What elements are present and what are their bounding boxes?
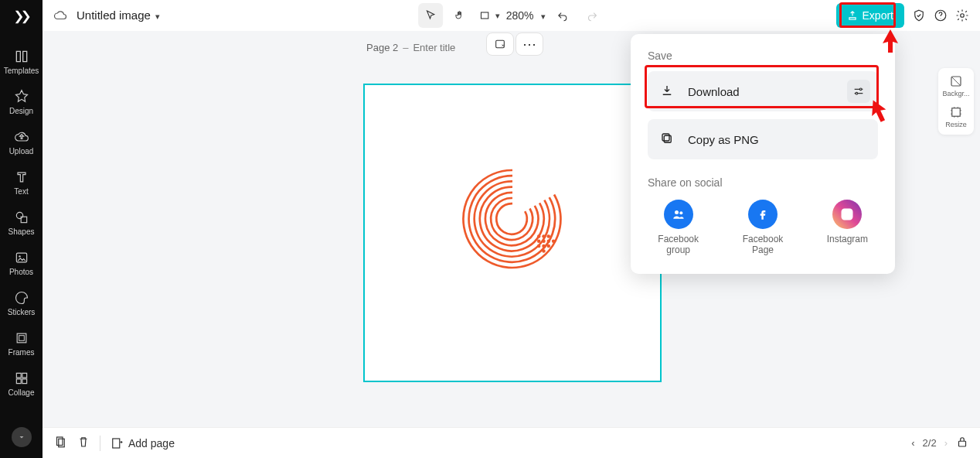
add-page-icon (110, 436, 124, 450)
chevron-down-icon: ▾ (155, 12, 160, 21)
document-title[interactable]: Untitled image▾ (77, 9, 160, 22)
help-icon[interactable] (934, 9, 948, 22)
sidebar-label: Collage (9, 388, 35, 397)
sidebar-label: Stickers (8, 308, 36, 316)
pager: ‹ 2/2 › (911, 435, 969, 451)
page-image-button[interactable] (486, 32, 514, 56)
select-tool[interactable] (418, 3, 443, 28)
svg-point-15 (547, 240, 551, 244)
sidebar-label: Templates (4, 67, 39, 75)
svg-point-14 (542, 240, 546, 244)
export-popover: Save Download Copy as PNG Share on socia… (631, 34, 895, 274)
resize-button[interactable]: Resize (945, 105, 967, 128)
sidebar-item-text[interactable]: Text (0, 162, 43, 203)
page-title-input[interactable] (413, 42, 475, 53)
cloud-sync-icon[interactable] (53, 9, 67, 22)
facebook-group-icon (664, 200, 693, 229)
right-rail: Backgr... Resize (938, 68, 974, 135)
svg-rect-32 (57, 437, 63, 446)
hand-tool[interactable] (447, 3, 472, 28)
sidebar-label: Upload (9, 147, 34, 156)
share-label: Facebook Page (732, 234, 793, 255)
page-header: Page 2 – (366, 42, 475, 53)
sidebar-label: Frames (9, 348, 35, 357)
facebook-icon (748, 200, 778, 229)
instagram-icon (832, 200, 862, 229)
svg-point-23 (859, 88, 862, 91)
svg-point-3 (19, 255, 20, 257)
share-facebook-group[interactable]: Facebook group (648, 200, 709, 255)
sidebar-item-frames[interactable]: Frames (0, 323, 43, 364)
sidebar-item-upload[interactable]: Upload (0, 122, 43, 162)
redo-button[interactable] (580, 3, 604, 28)
sidebar-item-design[interactable]: Design (0, 82, 43, 122)
download-label: Download (688, 85, 740, 98)
app-logo (11, 6, 32, 28)
export-label: Export (863, 9, 893, 22)
svg-point-27 (675, 210, 679, 214)
delete-page-icon[interactable] (77, 435, 90, 452)
svg-rect-25 (664, 135, 671, 142)
svg-point-18 (542, 244, 546, 248)
svg-rect-6 (481, 12, 488, 19)
sidebar-item-photos[interactable]: Photos (0, 243, 43, 283)
canvas[interactable] (363, 84, 662, 382)
zoom-level[interactable]: 280% ▾ (506, 9, 546, 22)
svg-rect-26 (662, 134, 669, 141)
page-label: Page 2 (366, 42, 398, 53)
svg-point-11 (542, 234, 546, 238)
sidebar-label: Photos (9, 268, 33, 276)
page-separator: – (403, 42, 408, 53)
share-label: Facebook group (648, 234, 709, 255)
add-page-button[interactable]: Add page (110, 436, 175, 450)
topbar: Untitled image▾ ▾ 280% ▾ Export (43, 0, 980, 31)
divider (100, 436, 100, 451)
sidebar-more[interactable] (12, 427, 32, 447)
sidebar-item-templates[interactable]: Templates (0, 42, 43, 82)
download-option[interactable]: Download (648, 71, 878, 111)
prev-page-button[interactable]: ‹ (911, 437, 914, 449)
page-more-button[interactable]: ⋯ (516, 32, 543, 56)
download-icon (660, 84, 674, 100)
svg-rect-33 (59, 439, 65, 447)
bottombar-left: Add page (53, 435, 175, 452)
svg-point-8 (961, 14, 965, 18)
topbar-left: Untitled image▾ (53, 9, 160, 22)
copy-png-option[interactable]: Copy as PNG (648, 119, 878, 159)
sidebar-item-shapes[interactable]: Shapes (0, 203, 43, 243)
download-settings-button[interactable] (847, 80, 870, 103)
svg-point-13 (537, 240, 541, 244)
svg-point-31 (850, 210, 852, 212)
copy-png-label: Copy as PNG (688, 133, 759, 146)
undo-button[interactable] (550, 3, 575, 28)
share-label: Instagram (827, 234, 868, 244)
fit-tool[interactable]: ▾ (477, 3, 502, 28)
svg-rect-35 (959, 441, 966, 446)
svg-point-16 (552, 240, 556, 244)
sidebar-item-stickers[interactable]: Stickers (0, 283, 43, 323)
sidebar-label: Design (9, 107, 33, 115)
settings-icon[interactable] (955, 9, 969, 22)
duplicate-page-icon[interactable] (53, 435, 67, 452)
svg-point-17 (537, 244, 541, 248)
share-grid: Facebook group Facebook Page Instagram (648, 200, 878, 255)
shield-icon[interactable] (912, 9, 926, 22)
left-sidebar: Templates Design Upload Text Shapes Phot… (0, 0, 43, 458)
svg-rect-9 (496, 40, 505, 47)
share-instagram[interactable]: Instagram (817, 200, 878, 255)
chevron-down-icon: ▾ (495, 11, 500, 21)
background-button[interactable]: Backgr... (942, 74, 969, 97)
sidebar-item-collage[interactable]: Collage (0, 364, 43, 404)
lock-icon[interactable] (955, 435, 969, 451)
share-facebook-page[interactable]: Facebook Page (732, 200, 793, 255)
export-button[interactable]: Export (836, 3, 904, 28)
svg-rect-34 (113, 439, 120, 448)
bottombar: Add page ‹ 2/2 › (43, 427, 980, 458)
topbar-right: Export (836, 3, 969, 28)
svg-point-20 (542, 249, 546, 253)
page-toolbar: ⋯ (486, 32, 543, 56)
next-page-button[interactable]: › (944, 437, 948, 449)
svg-rect-5 (19, 336, 24, 341)
svg-point-12 (547, 234, 551, 238)
svg-point-10 (537, 234, 541, 238)
